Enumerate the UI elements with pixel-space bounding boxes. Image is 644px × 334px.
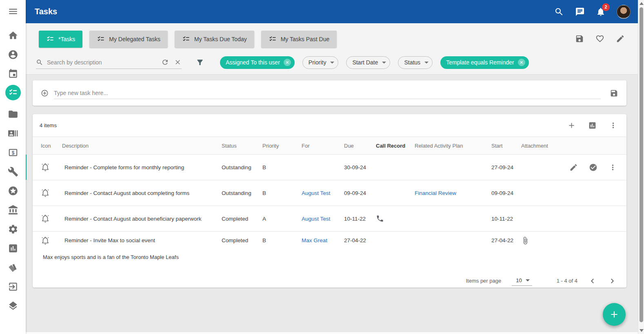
- task-start: 27-09-24: [491, 164, 521, 170]
- tab-label: My Tasks Due Today: [194, 36, 247, 42]
- tab-my-tasks-past-due[interactable]: My Tasks Past Due: [261, 31, 337, 48]
- chip-assigned-to-this-user[interactable]: Assigned To this user ✕: [220, 56, 295, 69]
- tab-my-tasks-due-today[interactable]: My Tasks Due Today: [175, 31, 254, 48]
- notifications-bell-icon[interactable]: 2: [596, 7, 606, 17]
- task-description: Reminder - Contact August about benefici…: [62, 216, 222, 222]
- task-note: Max enjoys sports and is a fan of the To…: [33, 249, 626, 269]
- notification-badge: 2: [602, 3, 610, 11]
- chip-start-date[interactable]: Start Date: [346, 56, 390, 69]
- invoices-icon[interactable]: $: [8, 147, 18, 158]
- add-task-fab[interactable]: [603, 303, 626, 326]
- chip-status[interactable]: Status: [398, 56, 433, 69]
- col-header-due[interactable]: Due: [344, 143, 376, 149]
- chip-priority[interactable]: Priority: [302, 56, 339, 69]
- contacts-list-icon[interactable]: [8, 128, 18, 139]
- task-status: Completed: [222, 216, 262, 222]
- favorite-heart-icon[interactable]: [595, 34, 604, 43]
- table-row[interactable]: Reminder - Contact August about benefici…: [33, 206, 626, 232]
- clear-search-icon[interactable]: [174, 58, 182, 66]
- tab-label: My Tasks Past Due: [281, 36, 330, 42]
- documents-folder-icon[interactable]: [8, 109, 18, 119]
- reports-chart-icon[interactable]: [8, 243, 18, 254]
- opportunities-star-icon[interactable]: [8, 186, 18, 196]
- col-header-priority[interactable]: Priority: [262, 143, 302, 149]
- task-description: Reminder - Invite Max to social event: [62, 237, 222, 243]
- chevron-down-icon: [526, 279, 530, 281]
- next-page-icon[interactable]: [608, 276, 617, 285]
- refresh-icon[interactable]: [161, 58, 169, 66]
- task-for-link[interactable]: August Test: [302, 190, 330, 196]
- items-bar: 4 items: [33, 114, 626, 137]
- col-header-attachment[interactable]: Attachment: [521, 143, 569, 149]
- more-options-icon[interactable]: [609, 121, 617, 130]
- save-task-icon[interactable]: [610, 89, 618, 97]
- table-row[interactable]: Reminder - Contact August about completi…: [33, 180, 626, 206]
- menu-icon[interactable]: [8, 6, 18, 17]
- task-start: 27-04-22: [491, 237, 521, 243]
- table-header-row: Icon Description Status Priority For Due…: [33, 137, 626, 155]
- complete-task-icon[interactable]: [589, 163, 597, 172]
- user-avatar[interactable]: [617, 5, 631, 19]
- scrollbar-thumb[interactable]: [640, 7, 643, 322]
- accounts-bank-icon[interactable]: [8, 205, 18, 215]
- import-exit-icon[interactable]: [8, 281, 18, 292]
- tags-deck-icon[interactable]: [8, 262, 18, 273]
- table-row[interactable]: Reminder - Invite Max to social event Co…: [33, 232, 626, 249]
- tab-label: My Delegated Tasks: [109, 36, 160, 42]
- home-icon[interactable]: [8, 30, 18, 41]
- task-for-link[interactable]: Max Great: [302, 237, 327, 243]
- related-activity-plan-link[interactable]: Financial Review: [415, 190, 456, 196]
- horizontal-scrollbar[interactable]: [26, 332, 638, 334]
- new-task-input[interactable]: [54, 90, 601, 96]
- tab-label: *Tasks: [58, 36, 75, 42]
- row-actions: [569, 163, 626, 172]
- chip-remove-icon[interactable]: ✕: [518, 59, 525, 66]
- col-header-related-activity-plan[interactable]: Related Activity Plan: [415, 143, 491, 149]
- tab-tasks[interactable]: *Tasks: [39, 31, 82, 48]
- chip-remove-icon[interactable]: ✕: [284, 59, 291, 66]
- task-priority: B: [262, 237, 302, 243]
- task-for-link[interactable]: August Test: [302, 216, 330, 222]
- edit-pencil-icon[interactable]: [616, 34, 625, 43]
- save-view-icon[interactable]: [575, 34, 584, 43]
- col-header-status[interactable]: Status: [222, 143, 262, 149]
- chip-label: Start Date: [352, 59, 378, 66]
- settings-gear-icon[interactable]: [8, 224, 18, 234]
- col-header-description[interactable]: Description: [62, 143, 222, 149]
- tab-my-delegated-tasks[interactable]: My Delegated Tasks: [89, 31, 168, 48]
- task-due: 30-09-24: [344, 164, 376, 170]
- search-icon[interactable]: [554, 7, 564, 17]
- reminder-bell-icon: [41, 214, 50, 223]
- previous-page-icon[interactable]: [588, 276, 597, 285]
- chip-template-equals-reminder[interactable]: Template equals Reminder ✕: [440, 56, 529, 69]
- column-chart-icon[interactable]: [588, 121, 597, 130]
- tasks-icon-active[interactable]: [5, 85, 21, 100]
- scroll-down-arrow[interactable]: [640, 329, 644, 332]
- edit-task-icon[interactable]: [569, 163, 578, 172]
- items-per-page-value: 10: [516, 277, 522, 283]
- calendar-icon[interactable]: [8, 69, 18, 79]
- add-task-icon[interactable]: [567, 121, 576, 130]
- col-header-start[interactable]: Start: [491, 143, 521, 149]
- add-circle-icon[interactable]: [41, 89, 49, 97]
- col-header-call-record[interactable]: Call Record: [376, 143, 415, 149]
- items-per-page-select[interactable]: 10: [512, 276, 532, 286]
- tools-wrench-icon[interactable]: [8, 166, 18, 177]
- col-header-for[interactable]: For: [302, 143, 344, 149]
- attachment-paperclip-icon[interactable]: [521, 237, 529, 245]
- address-book-icon[interactable]: [8, 49, 18, 60]
- scroll-up-arrow[interactable]: [640, 2, 644, 5]
- main-content: *Tasks My Delegated Tasks My Tasks Due T…: [26, 23, 638, 334]
- chat-icon[interactable]: [575, 7, 585, 17]
- vertical-scrollbar[interactable]: [638, 0, 644, 334]
- filter-funnel-icon[interactable]: [196, 58, 204, 66]
- task-status: Outstanding: [222, 190, 262, 196]
- col-header-icon[interactable]: Icon: [41, 143, 62, 149]
- task-status: Completed: [222, 237, 262, 243]
- table-row[interactable]: Reminder - Complete forms for monthly re…: [33, 155, 626, 180]
- row-more-options-icon[interactable]: [608, 163, 617, 172]
- search-input[interactable]: [47, 59, 156, 66]
- call-record-phone-icon[interactable]: [376, 215, 384, 223]
- layers-icon[interactable]: [8, 301, 18, 311]
- app-bar: Tasks 2: [26, 0, 638, 23]
